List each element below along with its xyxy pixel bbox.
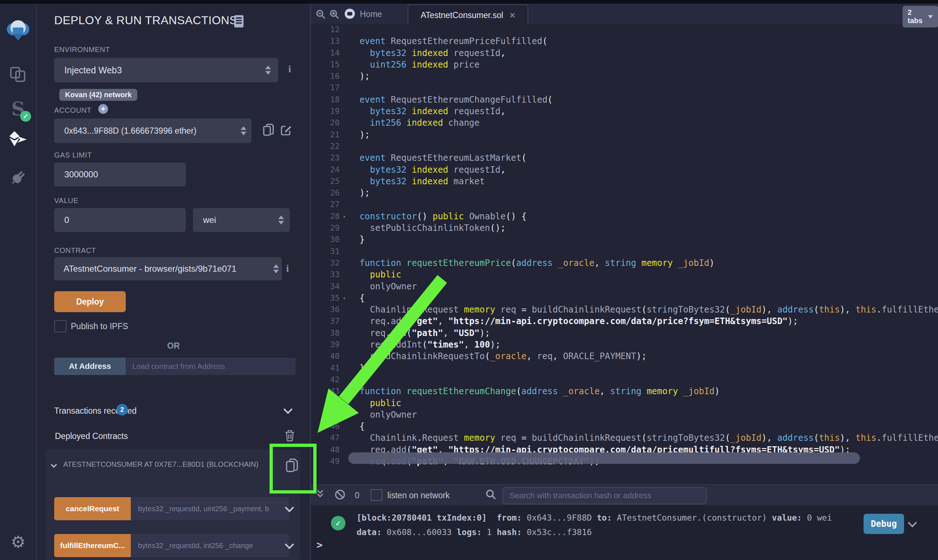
zoom-out-icon[interactable] (316, 9, 326, 20)
deploy-and-run-icon[interactable] (0, 129, 36, 149)
settings-gear-icon[interactable]: ⚙ (0, 532, 36, 552)
code-line[interactable]: 36 Chainlink.Request memory req = buildC… (311, 304, 938, 315)
code-line[interactable]: 22 (311, 140, 938, 152)
tx-log-line[interactable]: data: 0x608...60033 logs: 1 hash: 0x53c.… (357, 528, 592, 537)
zoom-in-icon[interactable] (329, 9, 340, 20)
code-line[interactable]: 45 onlyOwner (311, 409, 938, 420)
search-icon[interactable] (486, 489, 497, 500)
editor-tab-bar (311, 4, 938, 24)
trash-icon[interactable] (285, 430, 295, 442)
code-line[interactable]: 39 req.addInt("times", 100); (311, 339, 938, 351)
search-placeholder: Search with transaction hash or address (509, 491, 652, 500)
code-line[interactable]: 37 req.add("get", "https://min-api.crypt… (311, 315, 938, 327)
tx-log-line[interactable]: [block:20780401 txIndex:0] from: 0x643..… (357, 513, 832, 522)
code-line[interactable]: 26 ); (311, 187, 938, 199)
code-line[interactable]: 47 Chainlink.Request memory req = buildC… (311, 432, 938, 444)
terminal-search-input[interactable]: Search with transaction hash or address (502, 487, 707, 505)
cancel-request-params-input[interactable]: bytes32 _requestId, uint256 _payment, b (131, 497, 289, 520)
solidity-compiler-icon[interactable]: S ✓ (0, 97, 36, 122)
code-line[interactable]: 18 event RequestEthereumChangeFulfilled( (311, 94, 938, 106)
environment-info-icon[interactable]: i (288, 64, 291, 75)
at-address-input[interactable]: Load contract from Address (126, 358, 295, 375)
function-row: cancelRequest bytes32 _requestId, uint25… (54, 497, 295, 520)
contract-expand-icon[interactable] (51, 462, 57, 468)
at-address-button[interactable]: At Address (54, 358, 126, 375)
code-line[interactable]: 41 } (311, 362, 938, 374)
value-unit-select[interactable]: wei (193, 208, 290, 232)
contract-label: CONTRACT (54, 246, 96, 255)
code-line[interactable]: 14 bytes32 indexed requestId, (311, 47, 938, 59)
code-line[interactable]: 15 uint256 indexed price (311, 59, 938, 71)
code-line[interactable]: 35▾ { (311, 292, 938, 304)
code-line[interactable]: 23 event RequestEthereumLastMarket( (311, 152, 938, 164)
listen-network-checkbox[interactable] (371, 489, 382, 501)
code-line[interactable]: 32 function requestEthereumPrice(address… (311, 257, 938, 269)
account-select[interactable]: 0x643...9F88D (1.666673996 ether) (54, 118, 252, 143)
horizontal-scrollbar[interactable] (348, 452, 860, 464)
code-line[interactable]: 13 event RequestEthereumPriceFulfilled( (311, 35, 938, 47)
select-stepper-icon (265, 66, 271, 75)
code-line[interactable]: 24 bytes32 indexed requestId, (311, 164, 938, 175)
select-stepper-icon (278, 216, 284, 225)
code-line[interactable]: 40 sendChainlinkRequestTo(_oracle, req, … (311, 351, 938, 362)
publish-ipfs-label: Publish to IPFS (71, 322, 128, 331)
contract-value: ATestnetConsumer - browser/gists/9b71e07… (64, 264, 266, 274)
value-amount: 0 (64, 215, 69, 225)
environment-select[interactable]: Injected Web3 (54, 58, 278, 82)
gas-limit-input[interactable]: 3000000 (54, 163, 186, 186)
expand-terminal-icon[interactable] (318, 488, 322, 496)
debug-button[interactable]: Debug (864, 514, 904, 534)
code-line[interactable]: 34 onlyOwner (311, 281, 938, 292)
code-line[interactable]: 44 public (311, 397, 938, 409)
code-line[interactable]: 50 (311, 467, 938, 468)
plugin-manager-icon[interactable] (0, 167, 36, 189)
terminal-prompt[interactable]: > (317, 539, 323, 551)
deploy-button[interactable]: Deploy (54, 291, 126, 312)
environment-value: Injected Web3 (64, 65, 122, 75)
code-line[interactable]: 38 req.add("path", "USD"); (311, 327, 938, 339)
chevron-down-icon (928, 15, 933, 18)
code-line[interactable]: 30 } (311, 234, 938, 245)
copy-account-icon[interactable] (263, 123, 274, 137)
code-line[interactable]: 19 bytes32 indexed requestId, (311, 106, 938, 117)
at-address-row: At Address Load contract from Address (54, 358, 295, 375)
code-line[interactable]: 12 (311, 24, 938, 35)
value-unit: wei (203, 215, 216, 225)
contract-select[interactable]: ATestnetConsumer - browser/gists/9b71e07… (54, 257, 282, 280)
tabs-menu-label: 2 tabs (908, 8, 925, 25)
collapse-log-icon[interactable] (908, 518, 917, 527)
code-line[interactable]: 31 (311, 246, 938, 257)
docs-book-icon[interactable] (234, 14, 244, 28)
code-line[interactable]: 21 ); (311, 129, 938, 140)
clear-console-icon[interactable] (335, 489, 345, 500)
code-line[interactable]: 17 (311, 82, 938, 94)
cancel-request-button[interactable]: cancelRequest (54, 497, 131, 520)
code-line[interactable]: 20 int256 indexed change (311, 117, 938, 129)
file-explorer-icon[interactable] (0, 64, 36, 85)
fulfill-ethereum-params-input[interactable]: bytes32 _requestId, int256 _change (131, 534, 289, 557)
code-line[interactable]: 46 { (311, 420, 938, 432)
add-account-icon[interactable]: + (98, 104, 108, 114)
code-line[interactable]: 33 public (311, 269, 938, 280)
code-editor[interactable]: 1213 event RequestEthereumPriceFulfilled… (311, 24, 938, 468)
select-stepper-icon (273, 265, 279, 274)
publish-ipfs-checkbox[interactable] (54, 320, 66, 332)
code-line[interactable]: 27 (311, 199, 938, 210)
terminal-log: ✓ [block:20780401 txIndex:0] from: 0x643… (311, 505, 938, 560)
edit-account-icon[interactable] (280, 124, 292, 136)
fulfill-ethereum-button[interactable]: fulfillEthereumC... (54, 534, 131, 557)
code-line[interactable]: 43 function requestEthereumChange(addres… (311, 386, 938, 397)
account-value: 0x643...9F88D (1.666673996 ether) (64, 126, 197, 136)
code-line[interactable]: 42 (311, 374, 938, 386)
tab-home[interactable]: Home (360, 9, 382, 19)
contract-info-icon[interactable]: i (286, 263, 289, 274)
or-divider-label: OR (37, 341, 310, 351)
code-line[interactable]: 25 bytes32 indexed market (311, 175, 938, 187)
deployed-contract-header: ATESTNETCONSUMER AT 0X7E7...E80D1 (BLOCK… (63, 460, 280, 469)
code-line[interactable]: 28▾ constructor() public Ownable() { (311, 211, 938, 222)
value-input[interactable]: 0 (54, 208, 186, 232)
close-tab-icon[interactable]: × (510, 10, 515, 21)
code-line[interactable]: 29 setPublicChainlinkToken(); (311, 222, 938, 234)
tab-atestnetconsumer[interactable]: ATestnetConsumer.sol × (407, 4, 528, 25)
code-line[interactable]: 16 ); (311, 71, 938, 82)
